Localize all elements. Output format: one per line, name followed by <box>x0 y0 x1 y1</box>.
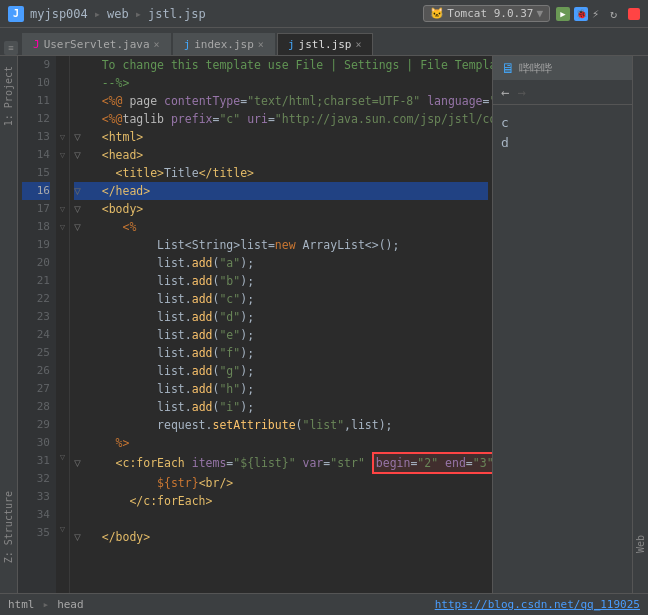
fold-11 <box>56 92 69 110</box>
browser-content: c d <box>493 105 632 593</box>
browser-header: 🖥 哔哔哔 <box>493 56 632 80</box>
web-panel-label[interactable]: Web <box>635 535 646 553</box>
code-line-24: list.add("e"); <box>74 326 488 344</box>
fold-19 <box>56 236 69 254</box>
fold-31[interactable]: ▽ <box>56 452 69 470</box>
code-line-35: ▽ </body> <box>74 528 488 546</box>
project-name: myjsp004 <box>30 7 88 21</box>
code-line-19: List<String>list=new ArrayList<>(); <box>74 236 488 254</box>
code-line-18: ▽ <% <box>74 218 488 236</box>
fold-35[interactable]: ▽ <box>56 524 69 542</box>
status-bar: html ▸ head https://blog.csdn.net/qq_119… <box>0 593 648 615</box>
close-btn[interactable] <box>628 8 640 20</box>
sep2: ▸ <box>135 7 142 21</box>
project-panel-label[interactable]: 1: Project <box>3 66 14 126</box>
structure-panel-label[interactable]: Z: Structure <box>3 491 14 563</box>
browser-item-d: d <box>501 133 624 153</box>
fold-12 <box>56 110 69 128</box>
tab-userservlet-label: UserServlet.java <box>44 38 150 51</box>
browser-preview-panel: 🖥 哔哔哔 ← → c d <box>492 56 632 593</box>
tab-jstljsp-close[interactable]: × <box>356 39 362 50</box>
build-button[interactable]: ⚡ <box>592 7 606 21</box>
debug-button[interactable]: 🐞 <box>574 7 588 21</box>
fold-16 <box>56 182 69 200</box>
toolbar-right: 🐱 Tomcat 9.0.37 ▼ ▶ 🐞 ⚡ ↻ <box>423 5 640 22</box>
editor-area: 9 10 11 12 13 14 15 16 17 18 19 20 21 22… <box>18 56 492 593</box>
title-bar: J myjsp004 ▸ web ▸ jstl.jsp 🐱 Tomcat 9.0… <box>0 0 648 28</box>
code-line-20: list.add("a"); <box>74 254 488 272</box>
code-line-25: list.add("f"); <box>74 344 488 362</box>
code-line-10: --%> <box>74 74 488 92</box>
tab-indexjsp[interactable]: j index.jsp × <box>173 33 275 55</box>
fold-13[interactable]: ▽ <box>56 128 69 146</box>
code-line-15: <title>Title</title> <box>74 164 488 182</box>
code-line-11: <%@ page contentType="text/html;charset=… <box>74 92 488 110</box>
browser-item-c: c <box>501 113 624 133</box>
back-button[interactable]: ← <box>501 84 509 100</box>
code-line-12: <%@taglib prefix="c" uri="http://java.su… <box>74 110 488 128</box>
code-line-32: ${str}<br/> <box>74 474 488 492</box>
run-button[interactable]: ▶ <box>556 7 570 21</box>
tab-indexjsp-label: index.jsp <box>194 38 254 51</box>
fold-15 <box>56 164 69 182</box>
fold-33[interactable] <box>56 488 69 506</box>
line-numbers: 9 10 11 12 13 14 15 16 17 18 19 20 21 22… <box>18 56 56 593</box>
code-line-17: ▽ <body> <box>74 200 488 218</box>
status-html[interactable]: html <box>8 598 35 611</box>
file-label: jstl.jsp <box>148 7 206 21</box>
fold-10 <box>56 74 69 92</box>
code-line-34 <box>74 510 488 528</box>
sep1: ▸ <box>94 7 101 21</box>
code-line-23: list.add("d"); <box>74 308 488 326</box>
forward-button[interactable]: → <box>517 84 525 100</box>
fold-17[interactable]: ▽ <box>56 200 69 218</box>
code-line-29: request.setAttribute("list",list); <box>74 416 488 434</box>
browser-nav: ← → <box>493 80 632 105</box>
code-line-14: ▽ <head> <box>74 146 488 164</box>
code-line-33: </c:forEach> <box>74 492 488 510</box>
code-line-26: list.add("g"); <box>74 362 488 380</box>
code-editor[interactable]: To change this template use File | Setti… <box>70 56 492 593</box>
update-button[interactable]: ↻ <box>610 7 624 21</box>
code-line-9: To change this template use File | Setti… <box>74 56 488 74</box>
code-line-21: list.add("b"); <box>74 272 488 290</box>
tab-userservlet-close[interactable]: × <box>154 39 160 50</box>
tab-userservlet[interactable]: J UserServlet.java × <box>22 33 171 55</box>
status-url[interactable]: https://blog.csdn.net/qq_119025 <box>435 598 640 611</box>
code-line-27: list.add("h"); <box>74 380 488 398</box>
tab-indexjsp-close[interactable]: × <box>258 39 264 50</box>
browser-title: 哔哔哔 <box>519 61 552 76</box>
code-line-22: list.add("c"); <box>74 290 488 308</box>
web-label: web <box>107 7 129 21</box>
code-line-30: %> <box>74 434 488 452</box>
tomcat-label: Tomcat 9.0.37 <box>447 7 533 20</box>
fold-gutter: ▽ ▽ ▽ ▽ ▽ ▽ <box>56 56 70 593</box>
code-line-31: ▽ <c:forEach items="${list}" var="str" b… <box>74 452 488 474</box>
tab-jstljsp[interactable]: j jstl.jsp × <box>277 33 373 55</box>
tab-bar: ≡ J UserServlet.java × j index.jsp × j j… <box>0 28 648 56</box>
code-line-28: list.add("i"); <box>74 398 488 416</box>
fold-9[interactable] <box>56 56 69 74</box>
status-sep: ▸ <box>43 598 50 611</box>
code-line-13: ▽ <html> <box>74 128 488 146</box>
tomcat-selector[interactable]: 🐱 Tomcat 9.0.37 ▼ <box>423 5 550 22</box>
code-line-16: ▽ </head> <box>74 182 488 200</box>
fold-18[interactable]: ▽ <box>56 218 69 236</box>
status-head[interactable]: head <box>57 598 84 611</box>
fold-14[interactable]: ▽ <box>56 146 69 164</box>
app-icon: J <box>8 6 24 22</box>
tab-jstljsp-label: jstl.jsp <box>299 38 352 51</box>
sidebar-toggle[interactable]: ≡ <box>4 41 18 55</box>
